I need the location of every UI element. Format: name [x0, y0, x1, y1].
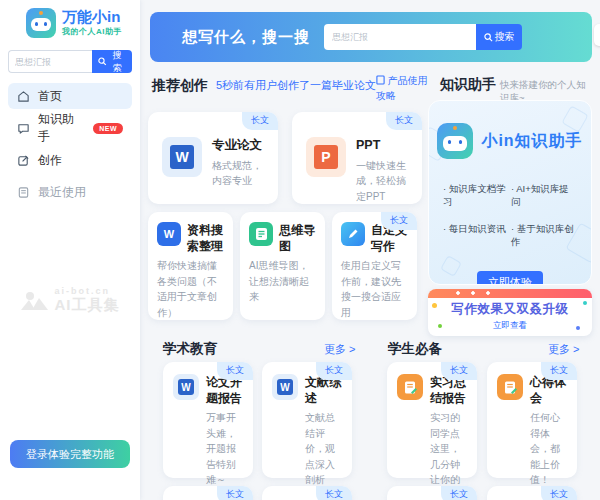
mindmap-icon — [249, 222, 273, 246]
section-title-student: 学生必备 — [388, 340, 442, 358]
report-icon — [397, 374, 423, 400]
ppt-icon: P — [306, 137, 346, 177]
long-text-badge: 长文 — [242, 112, 278, 130]
chat-icon — [17, 122, 30, 135]
hero-search-banner: 想写什么，搜一搜 搜索 — [150, 12, 592, 62]
watermark-name: AI工具集 — [55, 296, 120, 315]
long-text-badge: 长文 — [541, 362, 577, 380]
hero-search-input[interactable] — [324, 24, 476, 50]
knowledge-card-title: 小in知识助手 — [481, 131, 582, 152]
home-icon — [17, 90, 30, 103]
sidebar-menu: 首页 知识助手 NEW 创作 最近使用 — [0, 81, 140, 213]
pen-icon — [341, 222, 365, 246]
word-icon: W — [173, 374, 199, 400]
card-stub[interactable]: 长文 — [487, 486, 577, 500]
long-text-badge: 长文 — [217, 362, 253, 380]
watermark-logo-icon — [21, 290, 49, 312]
live-ticker: 5秒前有用户创作了一篇毕业论文 — [216, 78, 376, 93]
long-text-badge: 长文 — [381, 212, 417, 230]
try-now-button[interactable]: 立即体验 — [477, 271, 543, 285]
app-subtitle: 我的个人AI助手 — [62, 26, 122, 37]
sidebar-search: 搜索 — [8, 50, 132, 73]
new-badge: NEW — [93, 123, 123, 134]
recent-doc-icon — [17, 186, 30, 199]
watermark: ai-bot.cn AI工具集 — [0, 286, 140, 315]
long-text-badge: 长文 — [386, 112, 422, 130]
main-content: 想写什么，搜一搜 搜索 推荐创作 5秒前有用户创作了一篇毕业论文 产品使用攻略 … — [140, 0, 600, 500]
product-guide-link[interactable]: 产品使用攻略 — [376, 74, 430, 103]
card-stub[interactable]: 长文 — [262, 486, 352, 500]
word-icon: W — [272, 374, 298, 400]
feature-item: 每日知识资讯 — [443, 223, 509, 249]
confetti-dot — [438, 324, 442, 328]
knowledge-features: 知识库文档学习 AI+知识库提问 每日知识资讯 基于知识库创作 — [429, 183, 591, 249]
knowledge-title: 知识助手 — [440, 76, 496, 94]
sidebar-item-knowledge[interactable]: 知识助手 NEW — [8, 115, 132, 141]
card-research[interactable]: W 资料搜索整理 帮你快速搞懂各类问题（不适用于文章创作） — [148, 212, 233, 320]
robot-logo-icon — [26, 8, 56, 38]
card-stub[interactable]: 长文 — [387, 486, 477, 500]
promo-banner[interactable]: 写作效果又双叒升级 立即查看 — [428, 289, 592, 336]
card-literature-review[interactable]: 长文 W 文献综述 文献总结评价，观点深入剖析 — [262, 362, 352, 478]
promo-title: 写作效果又双叒升级 — [428, 301, 592, 318]
report-icon — [497, 374, 523, 400]
long-text-badge: 长文 — [316, 362, 352, 380]
search-icon — [98, 57, 107, 66]
feature-item: AI+知识库提问 — [511, 183, 577, 209]
confetti-dot — [432, 303, 437, 308]
login-button[interactable]: 登录体验完整功能 — [10, 440, 130, 468]
edit-icon — [17, 154, 30, 167]
card-custom-writing[interactable]: 长文 自定义写作 使用自定义写作前，建议先搜一搜合适应用 — [332, 212, 417, 320]
section-title-academic: 学术教育 — [163, 340, 217, 358]
robot-logo-icon — [437, 123, 473, 159]
feature-item: 知识库文档学习 — [443, 183, 509, 209]
card-thesis-proposal[interactable]: 长文 W 论文开题报告 万事开头难，开题报告特别难～来，点我！ — [163, 362, 253, 478]
sidebar-item-create[interactable]: 创作 — [8, 147, 132, 173]
word-search-icon: W — [157, 222, 181, 246]
card-internship-report[interactable]: 长文 实习总结报告 实习的同学点这里，几分钟让你的实习总结报告内容满满 — [387, 362, 477, 478]
more-link-student[interactable]: 更多 > — [548, 342, 579, 357]
app-title: 万能小in — [62, 9, 122, 26]
more-link-academic[interactable]: 更多 > — [324, 342, 355, 357]
app-logo[interactable]: 万能小in 我的个人AI助手 — [0, 0, 140, 44]
word-icon: W — [162, 137, 202, 177]
knowledge-panel: 小in知识助手 知识库文档学习 AI+知识库提问 每日知识资讯 基于知识库创作 … — [428, 100, 592, 285]
card-mindmap[interactable]: 思维导图 AI思维导图，让想法清晰起来 — [240, 212, 325, 320]
watermark-domain: ai-bot.cn — [55, 286, 120, 296]
card-reflections[interactable]: 长文 心得体会 任何心得体会，都能上价值！ — [487, 362, 577, 478]
promo-link[interactable]: 立即查看 — [428, 320, 592, 332]
doc-icon — [376, 75, 385, 85]
sidebar-item-recent[interactable]: 最近使用 — [8, 179, 132, 205]
sidebar: 万能小in 我的个人AI助手 搜索 首页 知识助手 NEW 创作 — [0, 0, 140, 500]
confetti-dot — [583, 301, 587, 305]
card-thesis[interactable]: 长文 W 专业论文 格式规范，内容专业 — [148, 112, 278, 204]
hero-prompt: 想写什么，搜一搜 — [182, 28, 310, 47]
promo-top-bar — [428, 289, 592, 298]
confetti-dot — [576, 326, 580, 330]
app-window: 万能小in 我的个人AI助手 搜索 首页 知识助手 NEW 创作 — [0, 0, 600, 500]
edge-widget-tab[interactable] — [594, 24, 600, 46]
long-text-badge: 长文 — [441, 362, 477, 380]
card-stub[interactable]: 长文 — [163, 486, 253, 500]
search-icon — [484, 33, 493, 42]
recommend-title: 推荐创作 — [152, 77, 208, 93]
sidebar-search-button[interactable]: 搜索 — [92, 50, 132, 73]
card-ppt[interactable]: 长文 P PPT 一键快速生成，轻松搞定PPT — [292, 112, 422, 204]
sidebar-item-home[interactable]: 首页 — [8, 83, 132, 109]
hero-search-button[interactable]: 搜索 — [476, 24, 522, 50]
sidebar-search-input[interactable] — [8, 50, 92, 73]
